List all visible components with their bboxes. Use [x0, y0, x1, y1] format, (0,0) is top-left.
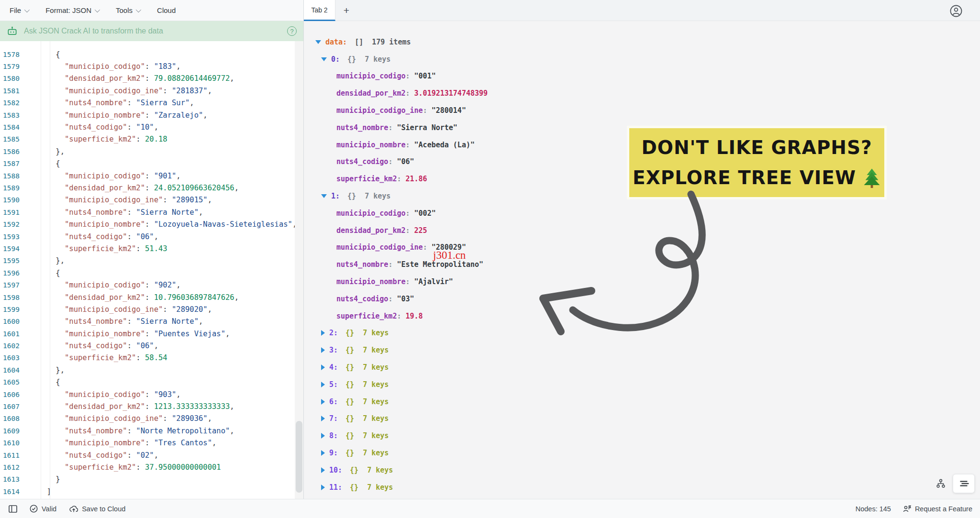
- editor-line[interactable]: 1614 ]: [0, 485, 303, 497]
- tree-view-button[interactable]: [953, 474, 975, 493]
- tree-field-row[interactable]: municipio_codigo_ine: "280029": [304, 239, 980, 256]
- chevron-right-icon[interactable]: [321, 347, 325, 353]
- tree-node-row[interactable]: 3:{}7 keys: [304, 342, 980, 359]
- tree-node-row[interactable]: 9:{}7 keys: [304, 444, 980, 462]
- tree-node-row[interactable]: 5:{}7 keys: [304, 376, 980, 393]
- menu-item-cloud[interactable]: Cloud: [157, 6, 176, 14]
- tree-node-row[interactable]: 8:{}7 keys: [304, 427, 980, 444]
- editor-line[interactable]: 1599 "municipio_codigo_ine": "289020",: [0, 303, 303, 315]
- toggle-sidebar-icon[interactable]: [9, 505, 17, 513]
- editor-line[interactable]: 1607 "densidad_por_km2": 1213.3333333333…: [0, 400, 303, 412]
- editor-line[interactable]: 1583 "municipio_nombre": "Zarzalejo",: [0, 109, 303, 121]
- editor-line[interactable]: 1594 "superficie_km2": 51.43: [0, 242, 303, 254]
- editor-line[interactable]: 1592 "municipio_nombre": "Lozoyuela-Nava…: [0, 218, 303, 230]
- tree-node-row[interactable]: 10:{}7 keys: [304, 462, 980, 479]
- editor-line[interactable]: 1578 {: [0, 48, 303, 60]
- editor-line[interactable]: 1595 },: [0, 255, 303, 267]
- editor-line[interactable]: 1579 "municipio_codigo": "183",: [0, 60, 303, 72]
- editor-line[interactable]: 1587 {: [0, 158, 303, 170]
- chevron-down-icon[interactable]: [321, 57, 327, 61]
- tree-field-key: nuts4_codigo: [336, 295, 388, 303]
- chevron-right-icon[interactable]: [321, 467, 325, 473]
- robot-icon: [7, 26, 18, 37]
- editor-line[interactable]: 1586 },: [0, 145, 303, 157]
- line-number: 1606: [0, 391, 20, 398]
- tree-field-row[interactable]: nuts4_codigo: "03": [304, 290, 980, 308]
- editor-line[interactable]: 1600 "nuts4_nombre": "Sierra Norte",: [0, 316, 303, 328]
- tree-field-row[interactable]: municipio_nombre: "Ajalvir": [304, 273, 980, 290]
- tree-field-row[interactable]: densidad_por_km2: 3.019213174748399: [304, 85, 980, 102]
- editor-line[interactable]: 1606 "municipio_codigo": "903",: [0, 388, 303, 400]
- tree-field-value: 21.86: [406, 175, 427, 183]
- chevron-down-icon[interactable]: [321, 194, 327, 198]
- editor-line[interactable]: 1604 },: [0, 364, 303, 376]
- editor-scrollbar-thumb[interactable]: [296, 421, 302, 493]
- tree-node-row[interactable]: 4:{}7 keys: [304, 359, 980, 376]
- graph-view-button[interactable]: [933, 475, 949, 492]
- editor-line[interactable]: 1597 "municipio_codigo": "902",: [0, 279, 303, 291]
- editor-line[interactable]: 1613 }: [0, 474, 303, 485]
- menu-item-tools[interactable]: Tools: [116, 6, 140, 14]
- tree-node-row[interactable]: 7:{}7 keys: [304, 410, 980, 428]
- editor-line[interactable]: 1611 "nuts4_codigo": "02",: [0, 449, 303, 461]
- json-editor[interactable]: 1578 {1579 "municipio_codigo": "183",158…: [0, 41, 303, 499]
- tree-field-row[interactable]: municipio_codigo: "002": [304, 205, 980, 222]
- tree-node-row[interactable]: data:[]179 items: [304, 33, 980, 51]
- chevron-down-icon[interactable]: [315, 40, 321, 44]
- editor-line[interactable]: 1588 "municipio_codigo": "901",: [0, 170, 303, 182]
- chevron-right-icon[interactable]: [321, 364, 325, 370]
- editor-line[interactable]: 1582 "nuts4_nombre": "Sierra Sur",: [0, 97, 303, 109]
- code-text: "municipio_codigo_ine": "289020",: [20, 305, 212, 314]
- chevron-right-icon[interactable]: [321, 330, 325, 336]
- editor-line[interactable]: 1605 {: [0, 376, 303, 388]
- save-to-cloud-button[interactable]: Save to Cloud: [69, 505, 125, 513]
- graph-view-icon: [935, 478, 946, 489]
- tree-node-count: 7 keys: [363, 431, 389, 440]
- editor-line[interactable]: 1609 "nuts4_nombre": "Norte Metropolitan…: [0, 425, 303, 437]
- request-feature-button[interactable]: Request a Feature: [902, 505, 972, 513]
- chevron-right-icon[interactable]: [321, 485, 325, 490]
- editor-line[interactable]: 1585 "superficie_km2": 20.18: [0, 133, 303, 145]
- menu-item-file[interactable]: File: [10, 6, 28, 14]
- help-icon[interactable]: ?: [287, 26, 297, 36]
- chevron-right-icon[interactable]: [321, 450, 325, 456]
- tree-field-value: 19.8: [406, 312, 423, 320]
- ai-banner[interactable]: Ask JSON Crack AI to transform the data …: [0, 21, 303, 41]
- line-number: 1583: [0, 111, 20, 119]
- chevron-right-icon[interactable]: [321, 416, 325, 421]
- profile-button[interactable]: [949, 4, 963, 18]
- editor-line[interactable]: 1601 "municipio_nombre": "Puentes Viejas…: [0, 328, 303, 340]
- tree-field-row[interactable]: municipio_codigo_ine: "280014": [304, 102, 980, 119]
- editor-line[interactable]: 1581 "municipio_codigo_ine": "281837",: [0, 85, 303, 97]
- add-tab-button[interactable]: +: [339, 3, 354, 18]
- tree-field-row[interactable]: nuts4_nombre: "Este Metropolitano": [304, 256, 980, 273]
- editor-line[interactable]: 1610 "municipio_nombre": "Tres Cantos",: [0, 437, 303, 449]
- editor-line[interactable]: 1584 "nuts4_codigo": "10",: [0, 121, 303, 133]
- chevron-right-icon[interactable]: [321, 433, 325, 439]
- editor-line[interactable]: 1596 {: [0, 267, 303, 279]
- menu-item-format-json[interactable]: Format: JSON: [45, 6, 99, 14]
- tree-field-row[interactable]: municipio_codigo: "001": [304, 68, 980, 85]
- editor-line[interactable]: 1602 "nuts4_codigo": "06",: [0, 340, 303, 352]
- editor-line[interactable]: 1598 "densidad_por_km2": 10.796036897847…: [0, 291, 303, 303]
- code-text: "nuts4_nombre": "Sierra Norte",: [20, 208, 203, 217]
- tree-field-row[interactable]: superficie_km2: 19.8: [304, 308, 980, 325]
- editor-line[interactable]: 1612 "superficie_km2": 37.95000000000001: [0, 461, 303, 473]
- editor-line[interactable]: 1591 "nuts4_nombre": "Sierra Norte",: [0, 206, 303, 218]
- editor-line[interactable]: 1603 "superficie_km2": 58.54: [0, 352, 303, 364]
- tab-active[interactable]: Tab 2: [304, 0, 335, 21]
- tree-node-key: data:: [325, 38, 347, 46]
- editor-line[interactable]: 1589 "densidad_por_km2": 24.052109663620…: [0, 182, 303, 194]
- chevron-right-icon[interactable]: [321, 382, 325, 387]
- tree-field-row[interactable]: densidad_por_km2: 225: [304, 222, 980, 239]
- editor-line[interactable]: 1608 "municipio_codigo_ine": "289036",: [0, 413, 303, 425]
- tree-node-row[interactable]: 2:{}7 keys: [304, 325, 980, 342]
- editor-line[interactable]: 1580 "densidad_por_km2": 79.088206144697…: [0, 73, 303, 85]
- chevron-right-icon[interactable]: [321, 399, 325, 405]
- tree-node-row[interactable]: 6:{}7 keys: [304, 393, 980, 410]
- editor-line[interactable]: 1590 "municipio_codigo_ine": "289015",: [0, 194, 303, 206]
- editor-line[interactable]: 1593 "nuts4_codigo": "06",: [0, 231, 303, 242]
- tree-node-row[interactable]: 11:{}7 keys: [304, 479, 980, 496]
- person-flag-icon: [902, 505, 911, 513]
- tree-node-row[interactable]: 0:{}7 keys: [304, 51, 980, 68]
